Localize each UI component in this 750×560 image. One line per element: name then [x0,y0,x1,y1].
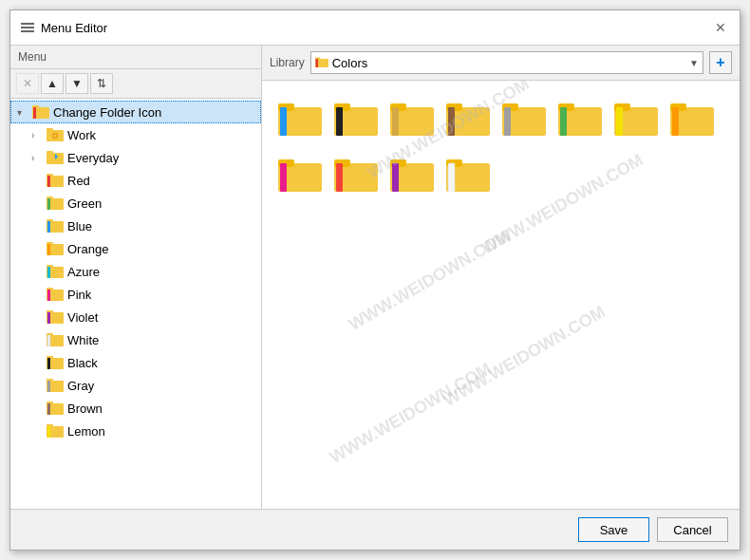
watermark3: WWW.WEIDOWN.COM [346,226,515,335]
move-down-button[interactable]: ▼ [66,73,88,94]
tree-item-black[interactable]: › Black [10,351,261,374]
svg-rect-25 [47,221,50,233]
svg-rect-79 [672,107,679,136]
cancel-button[interactable]: Cancel [657,517,728,542]
folder-tan[interactable] [385,92,438,144]
tree-item-label-white: White [67,333,99,347]
folder-violet[interactable] [385,148,438,200]
watermark4: WWW.WEIDOWN.COM [441,302,609,411]
folder-icon-pink [47,286,64,304]
svg-rect-12 [52,135,54,137]
library-select-icon [315,56,328,69]
folder-icon-brown [47,400,64,418]
folder-orange[interactable] [666,92,718,144]
svg-rect-64 [392,107,399,136]
folder-gray[interactable] [497,92,550,144]
svg-rect-82 [280,163,287,192]
window-title: Menu Editor [41,21,107,35]
tree-item-brown[interactable]: › Brown [10,397,261,420]
dropdown-arrow-icon: ▼ [689,58,699,68]
svg-rect-73 [560,107,567,136]
delete-button[interactable]: ✕ [16,73,39,94]
save-button[interactable]: Save [578,517,649,542]
tree-item-label-violet: Violet [67,310,98,325]
svg-rect-13 [56,135,58,137]
svg-rect-46 [47,381,50,392]
right-panel: Library Colors ▼ + [262,46,740,509]
folder-lemon[interactable] [609,92,662,144]
tree-item-white[interactable]: › White [10,328,261,351]
tree-item-green[interactable]: › Green [10,192,261,215]
tree-item-label-red: Red [67,174,90,188]
tree-item-label-work: Work [67,128,96,142]
tree-item-orange[interactable]: › Orange [10,237,261,260]
svg-rect-61 [336,107,343,136]
folder-icon-lemon [47,422,64,440]
menu-panel-label: Menu [10,46,261,69]
svg-rect-10 [54,133,56,135]
svg-rect-91 [448,163,455,192]
svg-rect-76 [616,107,623,136]
expand-arrow-root: ▾ [17,107,32,118]
tree-item-blue[interactable]: › Blue [10,215,261,237]
folder-green[interactable] [553,92,606,144]
folder-pink[interactable] [273,148,326,200]
svg-rect-7 [47,128,53,132]
tree-item-everyday[interactable]: › Everyday [10,146,261,169]
folder-icon-violet [47,308,64,327]
tree-item-azure[interactable]: › Azure [10,260,261,283]
svg-rect-49 [47,403,50,415]
tree-item-label-brown: Brown [67,401,103,416]
svg-rect-58 [280,107,287,136]
tree-item-work[interactable]: › Work [10,123,261,146]
svg-rect-88 [392,163,399,192]
icons-toolbar: Library Colors ▼ + [262,46,740,81]
tree-item-gray[interactable]: › Gray [10,374,261,397]
tree-item-label-blue: Blue [67,219,92,233]
folder-red[interactable] [329,148,382,200]
folder-icon-red2 [47,172,64,190]
tree-item-label-gray: Gray [67,379,94,393]
folder-blue[interactable] [273,92,326,144]
icons-area [262,81,740,212]
watermark5: WWW.WEIDOWN.COM [327,359,496,468]
svg-rect-55 [315,59,318,67]
tree-item-lemon[interactable]: › Lemon [10,420,261,442]
library-select[interactable]: Colors ▼ [310,51,703,74]
add-library-button[interactable]: + [709,51,732,74]
svg-rect-52 [47,426,50,438]
move-up-button[interactable]: ▲ [41,73,64,94]
main-content: Menu ✕ ▲ ▼ ⇅ ▾ C [10,46,740,509]
svg-rect-11 [54,137,56,139]
menu-icon [20,20,35,35]
folder-icon-green [47,195,64,213]
folder-black[interactable] [329,92,382,144]
folder-icon-orange [47,240,64,258]
folder-icon-gray [47,377,64,395]
svg-rect-1 [21,27,34,28]
svg-rect-0 [21,23,34,25]
menu-toolbar: ✕ ▲ ▼ ⇅ [10,69,261,99]
folder-white[interactable] [441,148,494,200]
tree-item-violet[interactable]: › Violet [10,306,261,328]
tree-item-label-pink: Pink [67,288,91,302]
tree-item-pink[interactable]: › Pink [10,283,261,306]
library-label: Library [270,56,305,69]
svg-rect-19 [47,176,50,187]
folder-brown[interactable] [441,92,494,144]
tree-item-red[interactable]: › Red [10,169,261,192]
tree-item-root[interactable]: ▾ Change Folder Icon [10,101,261,123]
main-window: Menu Editor ✕ Menu ✕ ▲ ▼ ⇅ ▾ [9,9,741,551]
library-select-value: Colors [332,56,368,70]
library-select-inner: Colors [315,56,689,70]
svg-rect-37 [47,312,50,324]
folder-icon-white [47,331,64,349]
svg-rect-15 [47,151,53,155]
tree-item-label-azure: Azure [67,265,100,279]
close-button[interactable]: ✕ [711,18,730,37]
icons-area-wrapper: WWW.WEIDOWN.COM WWW.WEIDOWN.COM WWW.WEID… [262,81,740,509]
folder-icon-azure [47,263,64,281]
svg-rect-31 [47,267,50,278]
move-updown-button[interactable]: ⇅ [90,73,113,94]
menu-tree: ▾ Change Folder Icon › [10,99,261,509]
